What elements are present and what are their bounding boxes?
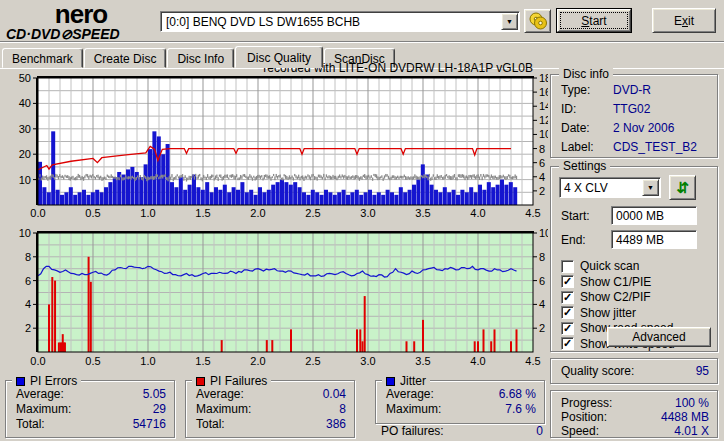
quality-score-box: Quality score:95 [550,358,718,384]
svg-text:2.5: 2.5 [305,207,320,219]
checkbox-icon[interactable]: ✓ [561,275,574,288]
scan-speed-value: 4 X CLV [560,181,642,195]
svg-text:2: 2 [25,322,31,334]
svg-text:18: 18 [539,72,548,84]
svg-text:0.5: 0.5 [85,207,100,219]
svg-text:10: 10 [539,227,548,239]
svg-text:8: 8 [539,143,545,155]
checkbox-icon[interactable]: ✓ [561,306,574,319]
speed-row: Speed:4.01 X [561,424,709,438]
start-field-label: Start: [561,209,590,223]
chevron-down-icon: ▼ [506,18,513,25]
svg-text:8: 8 [25,251,31,263]
svg-text:16: 16 [539,86,548,98]
jitter-chart: 2468102468100.00.51.01.52.02.53.03.54.04… [0,222,548,374]
settings-checkbox[interactable]: ✓ Show C2/PIF [561,290,651,304]
pi-failures-stats-title: PI Failures [210,374,267,388]
exit-button[interactable]: Exit [652,8,716,33]
chevron-down-icon: ▼ [647,184,654,191]
eject-button[interactable] [524,9,551,33]
svg-text:4.0: 4.0 [470,207,485,219]
svg-text:12: 12 [539,114,548,126]
svg-text:1.0: 1.0 [140,355,155,367]
svg-text:6: 6 [539,275,545,287]
svg-text:1.0: 1.0 [140,207,155,219]
svg-text:10: 10 [539,128,548,140]
disc-label-row: Label:CDS_TEST_B2 [561,140,709,154]
svg-text:0.0: 0.0 [30,355,45,367]
refresh-icon: ⇵ [676,179,689,197]
drive-selector[interactable]: [0:0] BENQ DVD LS DW1655 BCHB ▼ [160,11,520,32]
refresh-button[interactable]: ⇵ [669,175,696,200]
svg-text:30: 30 [19,123,31,135]
toolbar-divider [0,41,724,43]
svg-text:4.0: 4.0 [470,355,485,367]
pi-errors-legend-swatch [16,377,25,386]
svg-text:14: 14 [539,100,548,112]
svg-text:3.5: 3.5 [415,355,430,367]
end-field[interactable]: 4489 MB [611,230,697,249]
svg-text:0.0: 0.0 [30,207,45,219]
settings-checkbox[interactable]: ✓ Quick scan [561,259,639,273]
svg-text:1.5: 1.5 [195,207,210,219]
svg-text:6: 6 [25,275,31,287]
checkbox-icon[interactable]: ✓ [561,322,574,335]
svg-text:2.0: 2.0 [250,355,265,367]
svg-text:6: 6 [539,157,545,169]
svg-text:1.5: 1.5 [195,355,210,367]
svg-text:4: 4 [25,298,31,310]
svg-text:0.5: 0.5 [85,355,100,367]
disc-date-row: Date:2 Nov 2006 [561,121,709,135]
pi-errors-stats: PI Errors Average:5.05 Maximum:29 Total:… [5,380,175,438]
svg-text:20: 20 [19,148,31,160]
checkbox-icon[interactable]: ✓ [561,260,574,273]
pi-failures-stats: PI Failures Average:0.04 Maximum:8 Total… [185,380,355,438]
po-failures-row: PO failures:0 [381,424,543,438]
svg-text:10: 10 [19,227,31,239]
pi-failures-legend-swatch [196,377,205,386]
disc-type-row: Type:DVD-R [561,83,709,97]
svg-text:4: 4 [539,171,545,183]
jitter-stats: Jitter Average:6.68 % Maximum:7.6 % [375,380,545,424]
toolbar: nero CD·DVD⊘SPEED [0:0] BENQ DVD LS DW16… [0,0,724,41]
svg-text:2: 2 [539,322,545,334]
svg-text:3.0: 3.0 [360,355,375,367]
svg-text:3.0: 3.0 [360,207,375,219]
settings-title: Settings [559,159,610,173]
svg-text:4.5: 4.5 [525,355,540,367]
scan-speed-dropdown-button[interactable]: ▼ [642,179,659,196]
disc-id-row: ID:TTG02 [561,102,709,116]
svg-text:4: 4 [539,298,545,310]
checkbox-icon[interactable]: ✓ [561,337,574,350]
progress-box: Progress:100 % Position:4488 MB Speed:4.… [550,390,718,438]
advanced-button[interactable]: Advanced [607,327,711,347]
scan-speed-select[interactable]: 4 X CLV ▼ [559,177,661,198]
tab[interactable]: Disc Quality [235,46,323,68]
settings-checkbox[interactable]: ✓ Show jitter [561,306,636,320]
checkbox-icon[interactable]: ✓ [561,291,574,304]
start-button-label: Start [581,14,606,28]
quality-score-row: Quality score:95 [561,364,709,378]
svg-text:2: 2 [539,185,545,197]
end-field-label: End: [561,233,586,247]
svg-text:50: 50 [19,72,31,84]
svg-text:8: 8 [539,251,545,263]
position-row: Position:4488 MB [561,410,709,424]
settings-checkbox[interactable]: ✓ Show C1/PIE [561,275,651,289]
eject-discs-icon [528,12,548,30]
start-button[interactable]: Start [556,8,632,33]
svg-text:2.0: 2.0 [250,207,265,219]
nero-logo: nero CD·DVD⊘SPEED [6,1,156,41]
disc-info-group: Disc info Type:DVD-R ID:TTG02 Date:2 Nov… [550,74,718,158]
settings-group: Settings 4 X CLV ▼ ⇵ Start: 0000 MB End:… [550,166,718,352]
disc-icon: ⊘ [60,26,72,42]
jitter-stats-title: Jitter [400,374,426,388]
svg-text:10: 10 [19,174,31,186]
logo-text-nero: nero [6,1,156,27]
logo-text-cddvdspeed: CD·DVD⊘SPEED [6,27,156,41]
start-field[interactable]: 0000 MB [611,206,697,225]
drive-selector-dropdown-button[interactable]: ▼ [501,13,518,30]
svg-text:40: 40 [19,97,31,109]
disc-info-title: Disc info [559,67,613,81]
progress-row: Progress:100 % [561,396,709,410]
